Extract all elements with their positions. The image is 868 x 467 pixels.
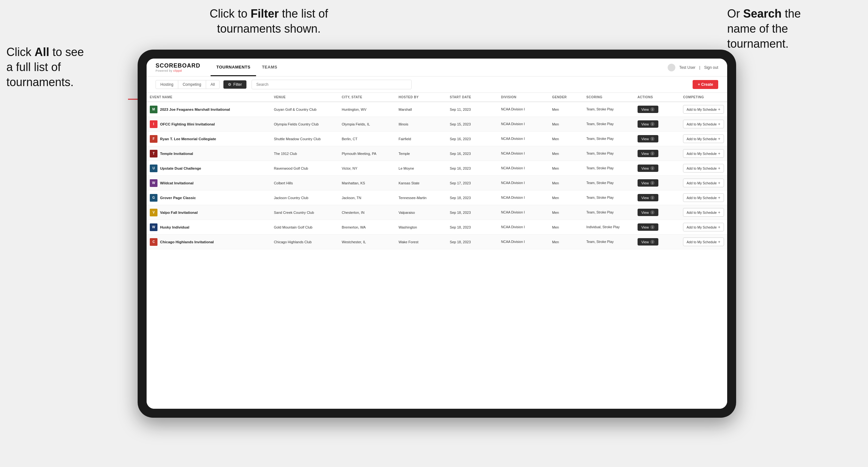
view-button[interactable]: View i [638,209,659,216]
event-name-cell: F Ryan T. Lee Memorial Collegiate [150,135,268,143]
add-schedule-button[interactable]: Add to My Schedule + [683,238,724,246]
nav-tab-teams[interactable]: TEAMS [256,59,283,76]
view-button[interactable]: View i [638,179,659,187]
division-cell: NCAA Division I [498,131,549,146]
header-right: Test User | Sign out [668,64,718,71]
view-button[interactable]: View i [638,105,659,113]
plus-icon: + [718,151,720,156]
team-logo: I [150,120,157,128]
table-row: V Valpo Fall Invitational Sand Creek Cou… [147,205,727,220]
search-input[interactable] [252,80,412,89]
venue-cell: Ravenwood Golf Club [271,161,339,176]
create-button[interactable]: + Create [692,80,718,89]
add-schedule-button[interactable]: Add to My Schedule + [683,193,724,202]
annotation-search: Or Search thename of thetournament. [727,6,849,51]
actions-cell: View i [634,220,680,235]
info-icon: i [650,195,654,200]
venue-cell: Jackson Country Club [271,190,339,205]
table-row: W Wildcat Invitational Colbert HillsManh… [147,176,727,190]
view-button[interactable]: View i [638,135,659,143]
add-schedule-button[interactable]: Add to My Schedule + [683,134,724,143]
team-logo: V [150,209,157,216]
info-icon: i [650,137,654,141]
avatar [668,64,675,71]
team-logo: G [150,194,157,201]
event-name: Husky Individual [160,225,189,229]
event-name-cell: C Chicago Highlands Invitational [150,238,268,246]
separator: | [699,65,700,70]
event-name: Wildcat Invitational [160,181,194,185]
competing-cell: Add to My Schedule + [680,220,727,235]
hosted-cell: Wake Forest [395,235,446,249]
actions-cell: View i [634,161,680,176]
city-cell: Victor, NY [339,161,396,176]
scoring-cell: Team, Stroke Play [583,102,634,117]
filter-btn-group: Hosting Competing All [156,80,220,89]
add-schedule-button[interactable]: Add to My Schedule + [683,105,724,114]
venue-cell: Colbert Hills [271,176,339,190]
event-name: Temple Invitational [160,152,193,156]
table-row: G Grover Page Classic Jackson Country Cl… [147,190,727,205]
toolbar: Hosting Competing All ⚙ Filter + Create [147,76,727,93]
view-button[interactable]: View i [638,150,659,157]
tab-competing[interactable]: Competing [178,80,206,89]
division-cell: NCAA Division I [498,205,549,220]
event-name-cell: T Temple Invitational [150,150,268,157]
add-schedule-button[interactable]: Add to My Schedule + [683,164,724,173]
logo-area: SCOREBOARD Powered by clippd [156,62,200,72]
filter-button[interactable]: ⚙ Filter [223,80,246,89]
add-schedule-button[interactable]: Add to My Schedule + [683,179,724,187]
view-button[interactable]: View i [638,223,659,231]
venue-cell: The 1912 Club [271,146,339,161]
info-icon: i [650,225,654,229]
tab-all[interactable]: All [206,80,220,89]
view-button[interactable]: View i [638,120,659,128]
event-name: OFCC Fighting Illini Invitational [160,122,215,126]
date-cell: Sep 18, 2023 [446,235,498,249]
event-name: 2023 Joe Feaganes Marshall Invitational [160,107,230,112]
event-name-cell: I OFCC Fighting Illini Invitational [150,120,268,128]
scoring-cell: Team, Stroke Play [583,205,634,220]
gender-cell: Men [549,146,583,161]
actions-cell: View i [634,146,680,161]
view-button[interactable]: View i [638,238,659,246]
event-name-cell: W Wildcat Invitational [150,179,268,187]
view-button[interactable]: View i [638,194,659,201]
date-cell: Sep 18, 2023 [446,220,498,235]
division-cell: NCAA Division I [498,220,549,235]
hosted-cell: Marshall [395,102,446,117]
competing-cell: Add to My Schedule + [680,190,727,205]
hosted-cell: Fairfield [395,131,446,146]
date-cell: Sep 18, 2023 [446,205,498,220]
city-cell: Bremerton, WA [339,220,396,235]
division-cell: NCAA Division I [498,190,549,205]
tab-hosting[interactable]: Hosting [156,80,178,89]
nav-tabs: TOURNAMENTS TEAMS [211,59,283,76]
team-logo: M [150,105,157,113]
col-header-scoring: SCORING [583,93,634,102]
date-cell: Sep 18, 2023 [446,190,498,205]
add-schedule-button[interactable]: Add to My Schedule + [683,120,724,128]
add-schedule-button[interactable]: Add to My Schedule + [683,208,724,217]
plus-icon: + [718,195,720,200]
nav-tab-tournaments[interactable]: TOURNAMENTS [211,59,256,76]
division-cell: NCAA Division I [498,235,549,249]
sign-out-link[interactable]: Sign out [704,65,718,70]
table-container[interactable]: EVENT NAME VENUE CITY, STATE HOSTED BY S… [147,93,727,409]
tablet-screen: SCOREBOARD Powered by clippd TOURNAMENTS… [147,59,727,409]
hosted-cell: Illinois [395,117,446,131]
view-button[interactable]: View i [638,164,659,172]
event-name: Chicago Highlands Invitational [160,240,214,244]
city-cell: Berlin, CT [339,131,396,146]
info-icon: i [650,122,654,126]
date-cell: Sep 15, 2023 [446,117,498,131]
add-schedule-button[interactable]: Add to My Schedule + [683,223,724,231]
venue-cell: Shuttle Meadow Country Club [271,131,339,146]
competing-cell: Add to My Schedule + [680,176,727,190]
col-header-division: DIVISION [498,93,549,102]
add-schedule-button[interactable]: Add to My Schedule + [683,149,724,158]
date-cell: Sep 16, 2023 [446,131,498,146]
competing-cell: Add to My Schedule + [680,131,727,146]
gender-cell: Men [549,131,583,146]
city-cell: Plymouth Meeting, PA [339,146,396,161]
